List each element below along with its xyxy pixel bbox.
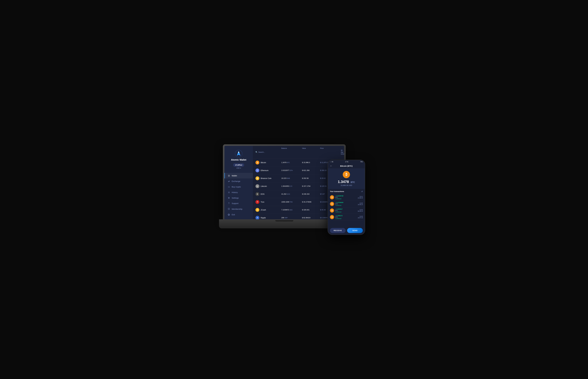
coin-balance: 1.3478BTC [281, 161, 302, 163]
coin-balance: 7.1039972ZEC [281, 209, 302, 211]
settings-icon: ⚙ [228, 197, 230, 199]
value-header: Value [302, 147, 320, 157]
tx-details-3: + 0.522017 BTC Confirmed [335, 208, 356, 213]
tx-title: Your transactions [330, 190, 344, 192]
phone-coin-usd: 15,998.38 USD [341, 184, 352, 186]
laptop-device: Atomic Wallet 17,876.2 USD ▾ ⊡ Wallet [223, 144, 346, 228]
coin-value: $ 326.641 [302, 209, 320, 211]
sidebar-item-membership[interactable]: Ⓐ Membership [224, 206, 253, 212]
tx-status-1: Confirmed [335, 198, 356, 200]
wallet-icon: ⊡ [228, 174, 230, 177]
tx-details-4: + 0.358172 BTC Confirmed [335, 215, 356, 219]
balance-display: 17,876.2 [233, 163, 244, 167]
coin-balance: 1.3042853LTC [281, 185, 302, 187]
tx-bitcoin-icon-1: ₿ [330, 195, 334, 199]
coin-value: $ 621.356 [302, 169, 320, 171]
tx-amount-1: + 0.0159728 [335, 195, 356, 197]
nav-menu: ⊡ Wallet ⇄ Exchange ▭ Buy crypto ⊙ [224, 173, 253, 218]
sidebar-item-label: Exit [232, 213, 235, 216]
atomic-logo-icon [235, 150, 243, 158]
tx-item-4: ₿ + 0.358172 BTC Confirmed 21:05 19.07.1… [330, 214, 363, 221]
tx-date-2: 21:05 19.08.19 [358, 203, 363, 205]
coin-name: ✕ Ripple [255, 216, 281, 220]
coin-balance: 1006.4289TRX [281, 201, 302, 203]
exchange-icon: ⇄ [228, 180, 230, 182]
phone-time: 17:41 [345, 161, 348, 162]
sidebar-item-label: Membership [232, 208, 242, 210]
tx-unit-1: BTC [335, 197, 356, 198]
sidebar-item-label: Buy crypto [232, 186, 241, 188]
phone-header: ← Bitcoin (BTC) [328, 164, 365, 168]
sidebar-item-support[interactable]: ? Support [224, 201, 253, 206]
coin-value: $ 157.1794 [302, 185, 320, 187]
laptop-screen-bezel: Atomic Wallet 17,876.2 USD ▾ ⊡ Wallet [223, 144, 346, 221]
coin-icon: Z [255, 208, 259, 212]
sidebar-item-exit[interactable]: ⏻ Exit [224, 212, 253, 217]
search-placeholder: Search... [258, 151, 265, 153]
phone-coin-amount: 1.3478 [338, 180, 349, 184]
sidebar-item-label: Wallet [232, 174, 237, 177]
coin-balance: 41.262EOS [281, 193, 302, 195]
tx-date-3: 13:25 06.08.19 [358, 209, 363, 212]
phone-signal: ↑↓ 4G [330, 161, 333, 162]
coin-name: T Tron [255, 200, 281, 204]
app-title: Atomic Wallet [231, 158, 246, 161]
tx-item-2: ₿ + 0.2706069 BTC Confirmed 21:05 19.08.… [330, 201, 363, 207]
coin-value: $ 246.334 [302, 193, 320, 195]
buy-crypto-icon: ▭ [228, 186, 230, 188]
coin-icon: ₿ [255, 161, 259, 164]
membership-icon: Ⓐ [228, 208, 230, 210]
tx-details-1: + 0.0159728 BTC Confirmed [335, 195, 356, 200]
back-button[interactable]: ← [330, 165, 332, 167]
sidebar-item-buy-crypto[interactable]: ▭ Buy crypto [224, 184, 253, 190]
sidebar-item-label: Settings [232, 197, 239, 199]
currency-selector[interactable]: USD ▾ [236, 167, 241, 169]
coin-name: B Binance Coin [255, 176, 281, 180]
support-icon: ? [228, 202, 230, 205]
sidebar-item-exchange[interactable]: ⇄ Exchange [224, 178, 253, 184]
tx-refresh-button[interactable]: ↺ [361, 190, 363, 192]
laptop-notch [275, 220, 293, 221]
phone-bitcoin-icon: ₿ [343, 171, 350, 178]
tx-amount-3: + 0.522017 [335, 208, 356, 210]
laptop-screen: Atomic Wallet 17,876.2 USD ▾ ⊡ Wallet [224, 146, 344, 221]
sidebar-item-label: Support [232, 202, 239, 205]
sidebar-item-settings[interactable]: ⚙ Settings [224, 195, 253, 201]
main-scene: Atomic Wallet 17,876.2 USD ▾ ⊡ Wallet [223, 144, 365, 235]
tx-status-3: Confirmed [335, 211, 356, 213]
phone-device: ↑↓ 4G 17:41 73% ← Bitcoin (BTC) ₿ 1.3478… [328, 160, 365, 235]
sidebar-item-wallet[interactable]: ⊡ Wallet [224, 173, 253, 178]
phone-coin-info: ₿ 1.3478 BTC 15,998.38 USD [328, 168, 365, 189]
coin-name: Ξ Ethereum [255, 169, 281, 172]
coin-balance: 10.223BNB [281, 177, 302, 179]
tx-unit-3: BTC [335, 210, 356, 211]
price-header: Price [320, 147, 341, 157]
coin-name: E EOS [255, 192, 281, 196]
phone-coin-unit: BTC [351, 181, 355, 183]
exit-icon: ⏻ [228, 213, 230, 216]
coin-icon: ✕ [255, 216, 259, 220]
coin-balance: 209XRP [281, 217, 302, 219]
coin-balance: 2.0152977ETH [281, 169, 302, 171]
tx-header: Your transactions ↺ [330, 190, 363, 192]
coin-value: $ 15,998.3 [302, 161, 320, 163]
coin-value: $ 82.96424 [302, 217, 320, 219]
send-button[interactable]: SEND [347, 228, 363, 233]
search-icon: 🔍 [255, 151, 258, 153]
coin-value: $ 292.58 [302, 177, 320, 179]
tx-status-4: Confirmed [335, 218, 356, 219]
sidebar-item-history[interactable]: ⊙ History [224, 190, 253, 195]
phone-actions: RECEIVE SEND [328, 226, 365, 235]
sidebar-item-label: History [232, 191, 238, 193]
coin-icon: Ł [255, 184, 259, 188]
logo-area: Atomic Wallet 17,876.2 USD ▾ [224, 150, 253, 169]
tx-bitcoin-icon-3: ₿ [330, 208, 334, 213]
tx-unit-2: BTC [335, 203, 356, 205]
search-bar[interactable]: 🔍 Search... [255, 147, 281, 157]
receive-button[interactable]: RECEIVE [330, 228, 346, 233]
coin-name: Z ZCash [255, 208, 281, 212]
tx-bitcoin-icon-2: ₿ [330, 202, 334, 206]
tx-amount-2: + 0.2706069 [335, 202, 356, 203]
tx-date-4: 21:05 19.07.19 [358, 216, 363, 219]
phone-transactions: Your transactions ↺ ₿ + 0.0159728 BTC Co… [328, 189, 365, 226]
